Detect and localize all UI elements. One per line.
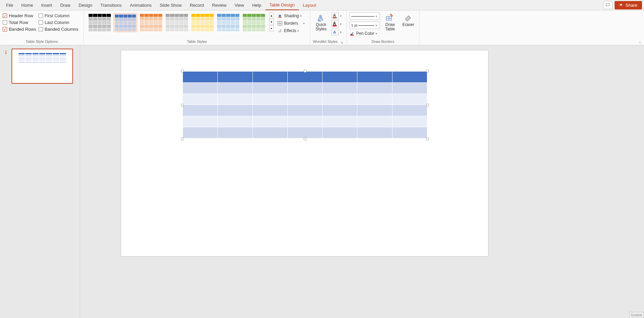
group-table-styles: ▲ ▼ ▾ Shading▾ Borders ▾ Effect bbox=[84, 10, 310, 45]
pen-weight-dropdown[interactable]: 1 pt▾ bbox=[350, 22, 380, 29]
gallery-up-button[interactable]: ▲ bbox=[269, 12, 274, 19]
chk-last-column[interactable]: Last Column bbox=[39, 20, 78, 25]
checkbox-icon bbox=[3, 20, 7, 25]
tab-file[interactable]: File bbox=[2, 1, 17, 10]
tab-transitions[interactable]: Transitions bbox=[96, 1, 126, 10]
chk-first-column[interactable]: First Column bbox=[39, 13, 78, 18]
thumb-table-preview bbox=[18, 53, 66, 63]
text-outline-button[interactable]: A bbox=[331, 21, 339, 27]
checkbox-icon bbox=[39, 27, 43, 31]
text-effects-icon: A bbox=[332, 29, 338, 35]
draw-table-label: Draw Table bbox=[385, 23, 395, 31]
eraser-icon bbox=[404, 12, 413, 22]
share-icon bbox=[619, 3, 624, 7]
table-style-style-gray[interactable] bbox=[165, 13, 189, 32]
resize-handle[interactable] bbox=[426, 70, 429, 73]
pen-style-dropdown[interactable]: ▾ bbox=[350, 12, 380, 20]
svg-text:A: A bbox=[318, 14, 323, 22]
text-effects-button[interactable]: A bbox=[331, 29, 339, 35]
resize-handle[interactable] bbox=[426, 137, 429, 140]
group-label: Draw Borders bbox=[350, 39, 416, 44]
chk-banded-rows[interactable]: Banded Rows bbox=[3, 27, 37, 32]
slide-thumbnail-1[interactable] bbox=[11, 49, 73, 84]
resize-handle[interactable] bbox=[181, 70, 184, 73]
border-icon bbox=[277, 21, 283, 26]
checkbox-icon bbox=[39, 14, 43, 18]
editor-main: 1 bbox=[0, 45, 644, 318]
slide-thumbnail-panel: 1 bbox=[0, 45, 80, 318]
table-style-style-green[interactable] bbox=[242, 13, 266, 32]
tab-home[interactable]: Home bbox=[17, 1, 37, 10]
line-style-icon bbox=[351, 16, 374, 17]
svg-text:A: A bbox=[333, 21, 336, 26]
status-record[interactable]: Grabar bbox=[629, 312, 644, 318]
group-draw-borders: ▾ 1 pt▾ Pen Color▾ Draw Table Eraser Dra… bbox=[347, 10, 420, 45]
quick-styles-button[interactable]: A Quick Styles bbox=[313, 12, 329, 32]
group-label: Table Styles bbox=[87, 39, 307, 44]
chevron-down-icon[interactable]: ▾ bbox=[340, 31, 343, 34]
resize-handle[interactable] bbox=[304, 70, 307, 73]
tab-animations[interactable]: Animations bbox=[126, 1, 156, 10]
slide[interactable] bbox=[121, 50, 488, 257]
draw-table-button[interactable]: Draw Table bbox=[382, 12, 398, 32]
group-wordart-styles: A Quick Styles A ▾ A ▾ A ▾ bbox=[310, 10, 347, 45]
dialog-launcher-icon[interactable]: ↘ bbox=[340, 41, 344, 44]
chevron-down-icon[interactable]: ▾ bbox=[340, 23, 343, 26]
tab-view[interactable]: View bbox=[231, 1, 248, 10]
table-style-style-blue[interactable] bbox=[114, 13, 137, 32]
tab-insert[interactable]: Insert bbox=[37, 1, 56, 10]
collapse-ribbon-button[interactable]: ⌄ bbox=[639, 40, 641, 44]
svg-rect-12 bbox=[350, 35, 354, 36]
resize-handle[interactable] bbox=[304, 137, 307, 140]
share-button[interactable]: Share bbox=[615, 1, 642, 9]
share-label: Share bbox=[625, 3, 637, 8]
pen-color-button[interactable]: Pen Color▾ bbox=[350, 31, 380, 36]
tab-record[interactable]: Record bbox=[186, 1, 208, 10]
eraser-button[interactable]: Eraser bbox=[400, 12, 416, 28]
draw-table-icon bbox=[385, 12, 395, 22]
comments-button[interactable] bbox=[603, 1, 613, 9]
shading-button[interactable]: Shading▾ bbox=[276, 12, 307, 19]
table-style-style-orange[interactable] bbox=[139, 13, 163, 32]
bucket-icon bbox=[277, 13, 283, 19]
ribbon-tabs: File Home Insert Draw Design Transitions… bbox=[0, 0, 644, 10]
svg-rect-10 bbox=[333, 25, 337, 26]
gallery-down-button[interactable]: ▼ bbox=[269, 19, 274, 25]
tab-draw[interactable]: Draw bbox=[56, 1, 74, 10]
tab-slideshow[interactable]: Slide Show bbox=[156, 1, 186, 10]
chevron-down-icon: ▾ bbox=[300, 15, 303, 18]
chevron-down-icon[interactable]: ▾ bbox=[340, 15, 343, 18]
tab-review[interactable]: Review bbox=[208, 1, 231, 10]
effects-button[interactable]: Effects▾ bbox=[276, 27, 307, 34]
chk-total-row[interactable]: Total Row bbox=[3, 20, 37, 25]
table-style-style-black[interactable] bbox=[88, 13, 112, 32]
slide-number: 1 bbox=[5, 50, 7, 55]
checkbox-icon bbox=[3, 27, 7, 31]
table-style-style-gold[interactable] bbox=[191, 13, 214, 32]
svg-rect-0 bbox=[278, 17, 282, 18]
svg-text:A: A bbox=[333, 13, 336, 18]
resize-handle[interactable] bbox=[181, 104, 184, 107]
table-style-gallery bbox=[87, 12, 267, 33]
text-fill-button[interactable]: A bbox=[331, 12, 339, 19]
chk-header-row[interactable]: Header Row bbox=[3, 13, 37, 18]
eraser-label: Eraser bbox=[402, 23, 414, 27]
chk-banded-columns[interactable]: Banded Columns bbox=[39, 27, 78, 32]
inserted-table[interactable] bbox=[183, 71, 427, 138]
gallery-scroll: ▲ ▼ ▾ bbox=[269, 12, 274, 32]
tab-layout[interactable]: Layout bbox=[299, 1, 320, 10]
svg-point-5 bbox=[279, 29, 280, 31]
gallery-more-button[interactable]: ▾ bbox=[269, 25, 274, 31]
tab-help[interactable]: Help bbox=[248, 1, 265, 10]
text-outline-icon: A bbox=[332, 21, 338, 27]
table-style-style-lblue[interactable] bbox=[216, 13, 240, 32]
group-label: Table Style Options bbox=[3, 39, 81, 44]
tab-table-design[interactable]: Table Design bbox=[265, 0, 299, 10]
borders-button[interactable]: Borders ▾ bbox=[276, 20, 307, 27]
resize-handle[interactable] bbox=[181, 137, 184, 140]
line-weight-icon bbox=[359, 25, 374, 26]
tab-design[interactable]: Design bbox=[75, 1, 96, 10]
slide-canvas[interactable] bbox=[80, 45, 644, 318]
resize-handle[interactable] bbox=[426, 104, 429, 107]
checkbox-icon bbox=[39, 20, 43, 25]
